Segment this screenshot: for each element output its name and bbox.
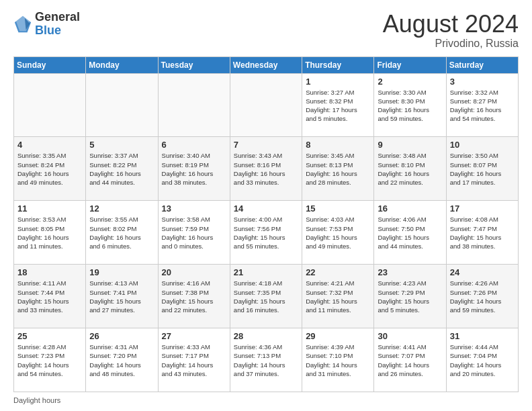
footer: Daylight hours bbox=[13, 396, 519, 404]
logo-text: General Blue bbox=[35, 11, 80, 38]
day-info: Sunrise: 3:32 AMSunset: 8:27 PMDaylight:… bbox=[450, 88, 515, 124]
calendar-day-cell: 13Sunrise: 3:58 AMSunset: 7:59 PMDayligh… bbox=[158, 201, 230, 265]
day-info: Sunrise: 4:00 AMSunset: 7:56 PMDaylight:… bbox=[234, 215, 298, 250]
calendar-day-cell: 27Sunrise: 4:33 AMSunset: 7:17 PMDayligh… bbox=[158, 328, 230, 392]
logo-icon bbox=[13, 15, 32, 34]
calendar-day-header: Thursday bbox=[302, 56, 374, 73]
calendar-day-cell bbox=[230, 73, 302, 137]
day-info: Sunrise: 3:50 AMSunset: 8:07 PMDaylight:… bbox=[450, 151, 515, 187]
day-info: Sunrise: 3:53 AMSunset: 8:05 PMDaylight:… bbox=[17, 215, 82, 250]
day-info: Sunrise: 3:45 AMSunset: 8:13 PMDaylight:… bbox=[306, 151, 370, 187]
calendar-day-cell: 5Sunrise: 3:37 AMSunset: 8:22 PMDaylight… bbox=[86, 137, 158, 201]
calendar-day-header: Wednesday bbox=[230, 56, 302, 73]
calendar-day-header: Tuesday bbox=[158, 56, 230, 73]
calendar-day-cell: 29Sunrise: 4:39 AMSunset: 7:10 PMDayligh… bbox=[302, 328, 374, 392]
calendar-day-cell: 18Sunrise: 4:11 AMSunset: 7:44 PMDayligh… bbox=[14, 265, 86, 328]
calendar-day-cell: 2Sunrise: 3:30 AMSunset: 8:30 PMDaylight… bbox=[374, 73, 446, 137]
day-number: 17 bbox=[450, 203, 515, 214]
day-info: Sunrise: 4:08 AMSunset: 7:47 PMDaylight:… bbox=[450, 215, 515, 250]
day-number: 16 bbox=[378, 203, 442, 214]
location-title: Privodino, Russia bbox=[383, 38, 519, 50]
header: General Blue August 2024 Privodino, Russ… bbox=[13, 11, 519, 50]
calendar-day-header: Saturday bbox=[446, 56, 518, 73]
day-info: Sunrise: 4:18 AMSunset: 7:35 PMDaylight:… bbox=[234, 279, 298, 314]
day-info: Sunrise: 4:41 AMSunset: 7:07 PMDaylight:… bbox=[378, 342, 442, 378]
day-info: Sunrise: 3:58 AMSunset: 7:59 PMDaylight:… bbox=[162, 215, 226, 250]
day-info: Sunrise: 4:13 AMSunset: 7:41 PMDaylight:… bbox=[89, 279, 154, 314]
day-info: Sunrise: 3:37 AMSunset: 8:22 PMDaylight:… bbox=[89, 151, 154, 187]
day-number: 2 bbox=[378, 77, 442, 87]
calendar-day-cell: 4Sunrise: 3:35 AMSunset: 8:24 PMDaylight… bbox=[14, 137, 86, 201]
day-number: 31 bbox=[450, 331, 515, 341]
day-info: Sunrise: 4:16 AMSunset: 7:38 PMDaylight:… bbox=[162, 279, 226, 314]
day-number: 10 bbox=[450, 140, 515, 150]
calendar-day-cell: 21Sunrise: 4:18 AMSunset: 7:35 PMDayligh… bbox=[230, 265, 302, 328]
calendar-day-cell bbox=[14, 73, 86, 137]
calendar-day-cell: 23Sunrise: 4:23 AMSunset: 7:29 PMDayligh… bbox=[374, 265, 446, 328]
day-info: Sunrise: 3:55 AMSunset: 8:02 PMDaylight:… bbox=[89, 215, 154, 250]
title-block: August 2024 Privodino, Russia bbox=[383, 11, 519, 50]
day-number: 6 bbox=[162, 140, 226, 150]
calendar-day-cell: 1Sunrise: 3:27 AMSunset: 8:32 PMDaylight… bbox=[302, 73, 374, 137]
calendar-day-cell: 20Sunrise: 4:16 AMSunset: 7:38 PMDayligh… bbox=[158, 265, 230, 328]
day-number: 23 bbox=[378, 267, 442, 277]
calendar-week-row: 18Sunrise: 4:11 AMSunset: 7:44 PMDayligh… bbox=[14, 265, 519, 328]
day-info: Sunrise: 4:44 AMSunset: 7:04 PMDaylight:… bbox=[450, 342, 515, 378]
day-info: Sunrise: 3:48 AMSunset: 8:10 PMDaylight:… bbox=[378, 151, 442, 187]
day-number: 21 bbox=[234, 267, 298, 277]
day-info: Sunrise: 4:11 AMSunset: 7:44 PMDaylight:… bbox=[17, 279, 82, 314]
calendar-day-cell: 25Sunrise: 4:28 AMSunset: 7:23 PMDayligh… bbox=[14, 328, 86, 392]
calendar-day-cell: 22Sunrise: 4:21 AMSunset: 7:32 PMDayligh… bbox=[302, 265, 374, 328]
day-info: Sunrise: 4:23 AMSunset: 7:29 PMDaylight:… bbox=[378, 279, 442, 314]
logo: General Blue bbox=[13, 11, 80, 38]
calendar-day-cell: 9Sunrise: 3:48 AMSunset: 8:10 PMDaylight… bbox=[374, 137, 446, 201]
day-number: 19 bbox=[89, 267, 154, 277]
calendar-day-header: Sunday bbox=[14, 56, 86, 73]
logo-blue: Blue bbox=[35, 24, 61, 37]
calendar-header-row: SundayMondayTuesdayWednesdayThursdayFrid… bbox=[14, 56, 519, 73]
day-number: 14 bbox=[234, 203, 298, 214]
calendar-day-cell: 12Sunrise: 3:55 AMSunset: 8:02 PMDayligh… bbox=[86, 201, 158, 265]
calendar-day-cell: 31Sunrise: 4:44 AMSunset: 7:04 PMDayligh… bbox=[446, 328, 518, 392]
day-number: 9 bbox=[378, 140, 442, 150]
day-info: Sunrise: 3:27 AMSunset: 8:32 PMDaylight:… bbox=[306, 88, 370, 124]
day-info: Sunrise: 4:33 AMSunset: 7:17 PMDaylight:… bbox=[162, 342, 226, 378]
calendar-day-cell: 6Sunrise: 3:40 AMSunset: 8:19 PMDaylight… bbox=[158, 137, 230, 201]
calendar-day-cell: 30Sunrise: 4:41 AMSunset: 7:07 PMDayligh… bbox=[374, 328, 446, 392]
day-number: 30 bbox=[378, 331, 442, 341]
day-number: 29 bbox=[306, 331, 370, 341]
day-number: 12 bbox=[89, 203, 154, 214]
calendar-table: SundayMondayTuesdayWednesdayThursdayFrid… bbox=[13, 56, 519, 392]
day-number: 5 bbox=[89, 140, 154, 150]
calendar-day-cell: 14Sunrise: 4:00 AMSunset: 7:56 PMDayligh… bbox=[230, 201, 302, 265]
calendar-day-cell: 3Sunrise: 3:32 AMSunset: 8:27 PMDaylight… bbox=[446, 73, 518, 137]
calendar-page: General Blue August 2024 Privodino, Russ… bbox=[0, 0, 532, 411]
calendar-week-row: 1Sunrise: 3:27 AMSunset: 8:32 PMDaylight… bbox=[14, 73, 519, 137]
calendar-day-cell: 11Sunrise: 3:53 AMSunset: 8:05 PMDayligh… bbox=[14, 201, 86, 265]
day-number: 25 bbox=[17, 331, 82, 341]
day-number: 28 bbox=[234, 331, 298, 341]
day-number: 22 bbox=[306, 267, 370, 277]
day-number: 15 bbox=[306, 203, 370, 214]
day-number: 27 bbox=[162, 331, 226, 341]
day-number: 7 bbox=[234, 140, 298, 150]
calendar-day-cell: 16Sunrise: 4:06 AMSunset: 7:50 PMDayligh… bbox=[374, 201, 446, 265]
day-info: Sunrise: 4:06 AMSunset: 7:50 PMDaylight:… bbox=[378, 215, 442, 250]
calendar-week-row: 11Sunrise: 3:53 AMSunset: 8:05 PMDayligh… bbox=[14, 201, 519, 265]
calendar-day-cell bbox=[86, 73, 158, 137]
day-info: Sunrise: 4:03 AMSunset: 7:53 PMDaylight:… bbox=[306, 215, 370, 250]
calendar-day-cell: 15Sunrise: 4:03 AMSunset: 7:53 PMDayligh… bbox=[302, 201, 374, 265]
day-number: 26 bbox=[89, 331, 154, 341]
day-info: Sunrise: 3:35 AMSunset: 8:24 PMDaylight:… bbox=[17, 151, 82, 187]
footer-label: Daylight hours bbox=[13, 396, 60, 404]
day-info: Sunrise: 4:26 AMSunset: 7:26 PMDaylight:… bbox=[450, 279, 515, 314]
day-info: Sunrise: 4:21 AMSunset: 7:32 PMDaylight:… bbox=[306, 279, 370, 314]
calendar-day-cell: 26Sunrise: 4:31 AMSunset: 7:20 PMDayligh… bbox=[86, 328, 158, 392]
calendar-day-cell: 17Sunrise: 4:08 AMSunset: 7:47 PMDayligh… bbox=[446, 201, 518, 265]
day-number: 11 bbox=[17, 203, 82, 214]
month-title: August 2024 bbox=[383, 11, 519, 38]
day-info: Sunrise: 4:39 AMSunset: 7:10 PMDaylight:… bbox=[306, 342, 370, 378]
day-number: 1 bbox=[306, 77, 370, 87]
calendar-day-header: Monday bbox=[86, 56, 158, 73]
day-number: 20 bbox=[162, 267, 226, 277]
